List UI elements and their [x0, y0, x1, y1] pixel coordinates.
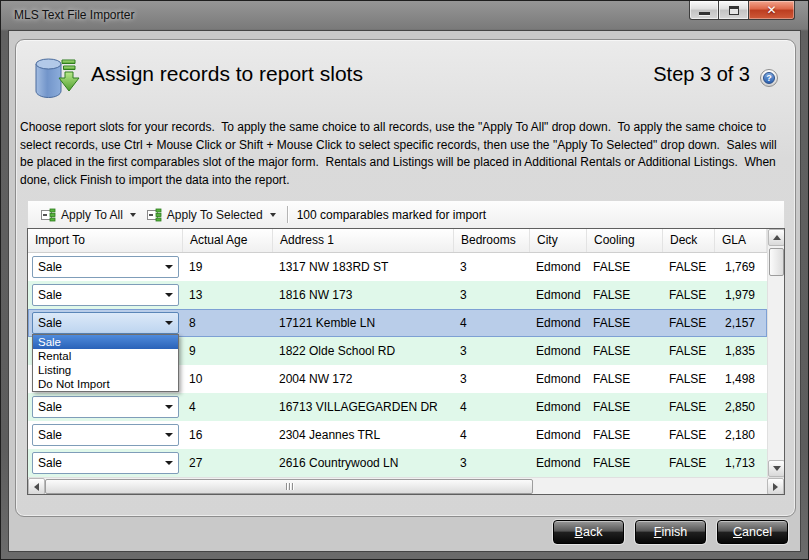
- instructions-text: Choose report slots for your records. To…: [20, 119, 788, 189]
- close-icon: ✕: [766, 4, 776, 16]
- mls-importer-window: MLS Text File Importer ✕: [0, 0, 809, 560]
- chevron-down-icon: [165, 321, 173, 325]
- cell-address1: 2304 Jeannes TRL: [273, 421, 454, 449]
- chevron-down-icon: [165, 433, 173, 437]
- table-row[interactable]: Sale 16 2304 Jeannes TRL 4 Edmond FALSE …: [28, 421, 767, 449]
- cell-actual-age: 27: [183, 449, 273, 477]
- minimize-button[interactable]: [689, 1, 719, 20]
- cell-actual-age: 16: [183, 421, 273, 449]
- vertical-scroll-thumb[interactable]: [769, 248, 784, 276]
- window-title: MLS Text File Importer: [14, 1, 134, 29]
- scroll-up-button[interactable]: [768, 229, 784, 246]
- apply-to-all-button[interactable]: Apply To All: [35, 205, 141, 225]
- import-to-combobox[interactable]: Sale: [32, 452, 179, 474]
- grip-icon: [292, 483, 293, 490]
- import-to-combobox[interactable]: Sale: [32, 312, 179, 334]
- maximize-button[interactable]: [719, 1, 748, 20]
- apply-to-all-label: Apply To All: [61, 208, 123, 222]
- scroll-left-button[interactable]: [28, 478, 45, 494]
- dropdown-option[interactable]: Listing: [33, 363, 178, 377]
- cell-bedrooms: 4: [454, 309, 530, 337]
- table-row[interactable]: Sale 19 1317 NW 183RD ST 3 Edmond FALSE …: [28, 253, 767, 281]
- combobox-value: Sale: [38, 456, 62, 470]
- column-header[interactable]: Address 1: [273, 229, 454, 252]
- chevron-down-icon: [165, 461, 173, 465]
- table-row[interactable]: Sale 8 17121 Kemble LN 4 Edmond FALSE FA…: [28, 309, 767, 337]
- arrow-right-icon: [773, 483, 778, 491]
- chevron-down-icon: [270, 213, 276, 217]
- cell-actual-age: 19: [183, 253, 273, 281]
- toolbar-separator: [287, 206, 288, 223]
- help-icon: ?: [763, 72, 775, 84]
- cell-cooling: FALSE: [587, 421, 663, 449]
- cell-city: Edmond: [530, 337, 587, 365]
- column-header[interactable]: Deck: [663, 229, 715, 252]
- dropdown-option[interactable]: Do Not Import: [33, 377, 178, 391]
- cell-bedrooms: 3: [454, 253, 530, 281]
- titlebar[interactable]: MLS Text File Importer ✕: [1, 1, 808, 30]
- chevron-down-icon: [165, 265, 173, 269]
- arrow-left-icon: [34, 483, 39, 491]
- dropdown-option[interactable]: Sale: [33, 335, 178, 349]
- scroll-right-button[interactable]: [767, 478, 784, 494]
- column-header[interactable]: Cooling: [587, 229, 663, 252]
- column-header[interactable]: Actual Age: [183, 229, 273, 252]
- footer-buttons: Back Finish Cancel: [553, 520, 788, 544]
- chevron-down-icon: [130, 213, 136, 217]
- cell-address1: 17121 Kemble LN: [273, 309, 454, 337]
- import-count-status: 100 comparables marked for import: [297, 208, 486, 222]
- grip-icon: [286, 483, 287, 490]
- table-row[interactable]: Sale 27 2616 Countrywood LN 3 Edmond FAL…: [28, 449, 767, 477]
- cell-gla: 1,769: [715, 253, 767, 281]
- cell-import-to: Sale: [28, 309, 183, 337]
- chevron-down-icon: [165, 405, 173, 409]
- import-to-combobox[interactable]: Sale: [32, 284, 179, 306]
- column-header[interactable]: GLA: [715, 229, 767, 252]
- cell-import-to: Sale: [28, 281, 183, 309]
- apply-to-selected-button[interactable]: Apply To Selected: [141, 205, 281, 225]
- horizontal-scroll-thumb[interactable]: [45, 479, 533, 494]
- cell-cooling: FALSE: [587, 449, 663, 477]
- cell-deck: FALSE: [663, 281, 715, 309]
- finish-button[interactable]: Finish: [635, 520, 706, 544]
- import-to-combobox[interactable]: Sale: [32, 256, 179, 278]
- horizontal-scrollbar[interactable]: [28, 477, 784, 494]
- import-to-combobox[interactable]: Sale: [32, 396, 179, 418]
- column-header[interactable]: City: [530, 229, 587, 252]
- column-header[interactable]: Bedrooms: [454, 229, 530, 252]
- close-button[interactable]: ✕: [748, 1, 795, 20]
- cell-import-to: Sale: [28, 449, 183, 477]
- import-to-combobox[interactable]: Sale: [32, 424, 179, 446]
- dialog-client-area: Assign records to report slots Step 3 of…: [8, 30, 801, 552]
- grip-icon: [289, 483, 290, 490]
- dropdown-option[interactable]: Rental: [33, 349, 178, 363]
- toolbar: Apply To All Apply To Selected 100 co: [27, 200, 785, 228]
- cell-address1: 2004 NW 172: [273, 365, 454, 393]
- cell-bedrooms: 4: [454, 421, 530, 449]
- cell-address1: 1816 NW 173: [273, 281, 454, 309]
- combobox-value: Sale: [38, 400, 62, 414]
- cell-cooling: FALSE: [587, 337, 663, 365]
- cell-gla: 2,180: [715, 421, 767, 449]
- cell-bedrooms: 4: [454, 393, 530, 421]
- table-row[interactable]: Sale 13 1816 NW 173 3 Edmond FALSE FALSE…: [28, 281, 767, 309]
- chevron-down-icon: [165, 293, 173, 297]
- cell-city: Edmond: [530, 421, 587, 449]
- cell-bedrooms: 3: [454, 365, 530, 393]
- cell-address1: 1822 Olde School RD: [273, 337, 454, 365]
- cell-bedrooms: 3: [454, 281, 530, 309]
- back-button[interactable]: Back: [553, 520, 624, 544]
- cell-import-to: Sale: [28, 253, 183, 281]
- minimize-icon: [699, 12, 710, 15]
- table-row[interactable]: Sale 4 16713 VILLAGEGARDEN DR 4 Edmond F…: [28, 393, 767, 421]
- help-button[interactable]: ?: [760, 69, 778, 87]
- maximize-icon: [729, 6, 739, 15]
- scroll-down-button[interactable]: [768, 460, 784, 477]
- vertical-scrollbar[interactable]: [767, 229, 784, 477]
- cell-deck: FALSE: [663, 365, 715, 393]
- cancel-button[interactable]: Cancel: [717, 520, 788, 544]
- cell-city: Edmond: [530, 393, 587, 421]
- column-header[interactable]: Import To: [28, 229, 183, 252]
- cell-cooling: FALSE: [587, 393, 663, 421]
- cell-city: Edmond: [530, 365, 587, 393]
